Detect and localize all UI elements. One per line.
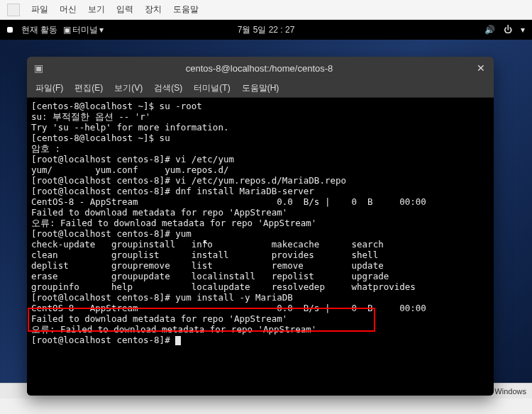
app-menu[interactable]: ▣ 터미널 ▾ (63, 24, 104, 36)
term-line: clean grouplist install provides shell (31, 250, 378, 260)
vm-menu-help[interactable]: 도움말 (173, 4, 199, 16)
terminal-window: ▣ centos-8@localhost:/home/centos-8 ✕ 파일… (27, 57, 494, 396)
term-line: deplist groupremove list remove update (31, 260, 384, 271)
vm-menu-bar: 파일 머신 보기 입력 장치 도움말 (0, 0, 532, 20)
window-title: centos-8@localhost:/home/centos-8 (50, 63, 468, 74)
close-button[interactable]: ✕ (468, 62, 494, 74)
term-line: groupinfo help localupdate resolvedep wh… (31, 281, 416, 292)
term-line: erase groupupdate localinstall repolist … (31, 271, 389, 281)
gnome-top-bar: 현재 활동 ▣ 터미널 ▾ 7월 5일 22 : 27 🔊 ⏻ ▾ (0, 20, 532, 40)
system-menu-chevron-icon[interactable]: ▾ (521, 25, 525, 35)
term-line: [centos-8@localhost ~]$ su (31, 133, 170, 143)
term-line: [root@localhost centos-8]# yum install -… (31, 292, 293, 303)
term-line: [centos-8@localhost ~]$ su -root (31, 101, 202, 111)
menu-view[interactable]: 보기(V) (114, 82, 143, 94)
menu-file[interactable]: 파일(F) (35, 82, 63, 94)
terminal-app-icon: ▣ (63, 25, 71, 35)
term-line: su: 부적절한 옵션 -- 'r' (31, 111, 150, 122)
menu-search[interactable]: 검색(S) (154, 82, 182, 94)
term-line: [root@localhost centos-8]# vi /etc/yum (31, 154, 234, 164)
terminal-menubar: 파일(F) 편집(E) 보기(V) 검색(S) 터미널(T) 도움말(H) (27, 79, 494, 98)
term-line: [root@localhost centos-8]# dnf install M… (31, 186, 314, 196)
menu-help[interactable]: 도움말(H) (242, 82, 279, 94)
term-line: yum/ yum.conf yum.repos.d/ (31, 164, 228, 175)
vm-toolbar-icon[interactable] (7, 4, 20, 16)
power-icon[interactable]: ⏻ (504, 25, 512, 35)
terminal-content[interactable]: [centos-8@localhost ~]$ su -root su: 부적절… (27, 98, 494, 396)
term-line: 암호 : (31, 143, 60, 154)
term-line: 오류: Failed to download metadata for repo… (31, 324, 316, 335)
term-line: 오류: Failed to download metadata for repo… (31, 218, 316, 228)
activities-icon[interactable] (7, 27, 13, 33)
volume-icon[interactable]: 🔊 (484, 25, 495, 35)
vm-menu-machine[interactable]: 머신 (60, 4, 77, 16)
guest-desktop: 현재 활동 ▣ 터미널 ▾ 7월 5일 22 : 27 🔊 ⏻ ▾ ▣ cent… (0, 20, 532, 383)
term-line: Failed to download metadata for repo 'Ap… (31, 207, 287, 218)
term-line: CentOS-8 - AppStream 0.0 B/s | 0 B 00:00 (31, 303, 426, 313)
term-line: [root@localhost centos-8]# vi /etc/yum.r… (31, 175, 346, 186)
titlebar-app-icon[interactable]: ▣ (27, 62, 50, 74)
vm-menu-file[interactable]: 파일 (31, 4, 48, 16)
term-line: CentOS-8 - AppStream 0.0 B/s | 0 B 00:00 (31, 196, 426, 207)
clock[interactable]: 7월 5일 22 : 27 (238, 24, 295, 36)
terminal-titlebar[interactable]: ▣ centos-8@localhost:/home/centos-8 ✕ (27, 57, 494, 79)
activities-button[interactable]: 현재 활동 (21, 24, 57, 36)
menu-edit[interactable]: 편집(E) (74, 82, 103, 94)
mouse-pointer-icon: ↖ (203, 235, 209, 246)
term-line: [root@localhost centos-8]# (31, 335, 175, 345)
vm-menu-input[interactable]: 입력 (116, 4, 133, 16)
term-line: [root@localhost centos-8]# yum (31, 228, 192, 239)
term-line: Failed to download metadata for repo 'Ap… (31, 313, 287, 324)
app-menu-label: 터미널 (72, 24, 98, 36)
vm-menu-devices[interactable]: 장치 (145, 4, 162, 16)
vm-menu-view[interactable]: 보기 (88, 4, 105, 16)
term-line: Try 'su --help' for more information. (31, 122, 228, 133)
chevron-down-icon: ▾ (99, 25, 104, 35)
terminal-cursor (175, 336, 181, 345)
menu-terminal[interactable]: 터미널(T) (194, 82, 230, 94)
